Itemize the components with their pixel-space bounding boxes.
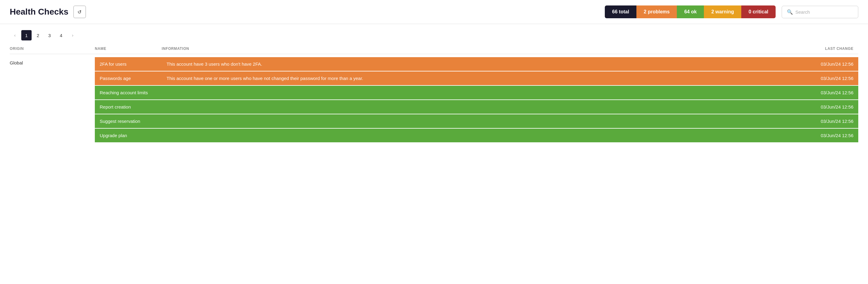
page-title: Health Checks	[10, 7, 68, 17]
col-origin: ORIGIN	[10, 47, 95, 51]
stat-total[interactable]: 66 total	[605, 5, 637, 18]
col-name: NAME	[95, 47, 162, 51]
search-box: 🔍	[782, 6, 858, 18]
header-left: Health Checks ↺	[10, 5, 86, 18]
table-row[interactable]: Reaching account limits 03/Jun/24 12:56	[95, 86, 858, 100]
header-right: 66 total 2 problems 64 ok 2 warning 0 cr…	[605, 5, 858, 18]
col-last-change: LAST CHANGE	[804, 47, 858, 51]
table-section: Global 2FA for users This account have 3…	[10, 54, 858, 145]
table-row[interactable]: Report creation 03/Jun/24 12:56	[95, 100, 858, 114]
table-row[interactable]: Passwords age This account have one or m…	[95, 72, 858, 85]
header: Health Checks ↺ 66 total 2 problems 64 o…	[0, 0, 868, 24]
pagination-container: ‹ 1 2 3 4 ›	[0, 24, 868, 44]
pagination: ‹ 1 2 3 4 ›	[10, 30, 858, 40]
table-row[interactable]: Upgrade plan 03/Jun/24 12:56	[95, 129, 858, 142]
row-name: 2FA for users	[100, 61, 166, 66]
row-date: 03/Jun/24 12:56	[799, 90, 854, 95]
row-name: Passwords age	[100, 76, 166, 81]
row-name: Reaching account limits	[100, 90, 166, 95]
row-date: 03/Jun/24 12:56	[799, 61, 854, 66]
row-info: This account have 3 users who don't have…	[166, 61, 799, 66]
stat-problems[interactable]: 2 problems	[637, 5, 677, 18]
row-name: Upgrade plan	[100, 133, 166, 138]
table-row[interactable]: 2FA for users This account have 3 users …	[95, 57, 858, 71]
pagination-page-4[interactable]: 4	[56, 30, 66, 40]
table-row[interactable]: Suggest reservation 03/Jun/24 12:56	[95, 114, 858, 128]
row-date: 03/Jun/24 12:56	[799, 76, 854, 81]
row-date: 03/Jun/24 12:56	[799, 104, 854, 110]
table-body: Global 2FA for users This account have 3…	[10, 54, 858, 145]
row-date: 03/Jun/24 12:56	[799, 119, 854, 124]
table-header: ORIGIN NAME INFORMATION LAST CHANGE	[10, 44, 858, 54]
page-container: Health Checks ↺ 66 total 2 problems 64 o…	[0, 0, 868, 284]
stat-critical[interactable]: 0 critical	[741, 5, 776, 18]
row-date: 03/Jun/24 12:56	[799, 133, 854, 138]
origin-global: Global	[10, 54, 95, 145]
search-input[interactable]	[795, 9, 853, 15]
table-container: ORIGIN NAME INFORMATION LAST CHANGE Glob…	[0, 44, 868, 155]
col-information: INFORMATION	[162, 47, 804, 51]
row-name: Report creation	[100, 104, 166, 110]
search-icon: 🔍	[787, 9, 793, 15]
pagination-page-1[interactable]: 1	[21, 30, 32, 40]
pagination-page-2[interactable]: 2	[33, 30, 43, 40]
rows-group: 2FA for users This account have 3 users …	[95, 54, 858, 145]
stat-warning[interactable]: 2 warning	[704, 5, 741, 18]
pagination-page-3[interactable]: 3	[44, 30, 55, 40]
stat-ok[interactable]: 64 ok	[677, 5, 704, 18]
row-info: This account have one or more users who …	[166, 76, 799, 81]
pagination-prev[interactable]: ‹	[10, 30, 20, 40]
pagination-next[interactable]: ›	[67, 30, 78, 40]
row-name: Suggest reservation	[100, 119, 166, 124]
refresh-button[interactable]: ↺	[73, 5, 86, 18]
